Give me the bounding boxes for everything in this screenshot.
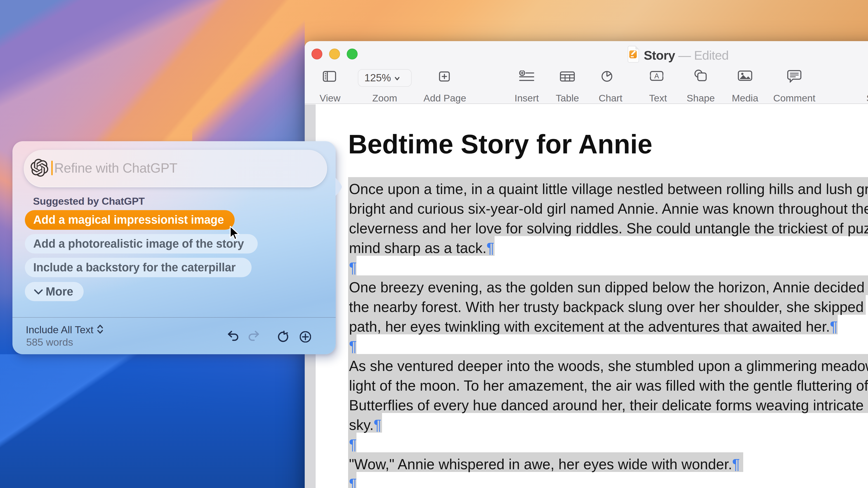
svg-text:A: A xyxy=(654,72,659,80)
